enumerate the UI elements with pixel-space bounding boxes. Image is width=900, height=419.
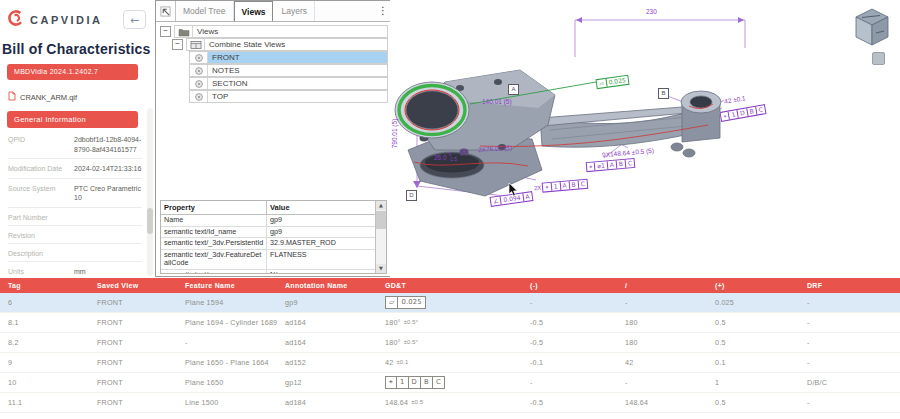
info-row-source-system: Source SystemPTC Creo Parametric 10: [8, 179, 142, 208]
col-header-tag: Tag: [8, 282, 97, 289]
crank-arm-model[interactable]: [390, 0, 900, 278]
gdt-segment: ▱: [386, 297, 398, 308]
col-header-gd-t: GD&T: [385, 282, 530, 289]
gdt-nominal: 180°: [385, 338, 401, 347]
cell-plus: 0.025: [715, 298, 807, 307]
cell-tag: 6: [8, 298, 97, 307]
general-information-header[interactable]: General Information: [7, 111, 138, 128]
cell-tag: 9: [8, 358, 97, 367]
scrollbar-thumb[interactable]: [376, 211, 386, 229]
cell-nominal: 180: [625, 338, 715, 347]
dim-text: 790.01 (5): [391, 119, 398, 149]
property-row-semantic-text-id-name[interactable]: semantic text/Id_namegp9: [161, 227, 376, 239]
view-icon: [193, 66, 205, 76]
property-row-semantic-text-3dv-persistentid[interactable]: semantic text/_3dv.PersistentId32.9.MAST…: [161, 238, 376, 250]
info-row-qpid: QPID2dbobf1d-12b8-4094-8790-8af434161577: [8, 130, 142, 159]
tree-view-front[interactable]: FRONT: [189, 51, 390, 64]
panel-tab-bar: Model TreeViewsLayers ⋮: [156, 1, 390, 22]
nav-tool-icon[interactable]: [872, 52, 885, 65]
value-column-header: Value: [266, 201, 376, 214]
property-row-semantic-text-[interactable]: semantic text/...N/a: [161, 270, 376, 275]
boc-row-9[interactable]: 9FRONTPlane 1650 - Plane 1664ad15242±0.1…: [0, 353, 900, 373]
tree-item-label: Combine State Views: [205, 39, 387, 50]
boc-row-8-1[interactable]: 8.1FRONTPlane 1694 - Cylinder 1689ad1641…: [0, 313, 900, 333]
gdt-segment: 1: [397, 377, 409, 388]
property-name: semantic text/_3dv.FeatureDetailCode: [161, 250, 266, 269]
dim-790-01[interactable]: 790.01 (5): [391, 119, 398, 149]
scroll-up-icon[interactable]: ▲: [376, 201, 386, 210]
dim-230[interactable]: 230: [646, 8, 657, 15]
tree-view-top[interactable]: TOP: [189, 90, 390, 103]
property-row-semantic-text-3dv-featuredetailcode[interactable]: semantic text/_3dv.FeatureDetailCodeFLAT…: [161, 250, 376, 270]
view-icon: [193, 53, 205, 63]
boc-row-10[interactable]: 10FRONTPlane 1650gp12⌖1DBC--1D/B/C: [0, 373, 900, 393]
info-label: Units: [8, 267, 74, 277]
cell-nominal: -: [625, 378, 715, 387]
boc-table-header: TagSaved ViewFeature NameAnnotation Name…: [0, 278, 900, 293]
tree-item-label: Views: [193, 26, 387, 37]
cell-saved-view: FRONT: [97, 378, 185, 387]
scrollbar-thumb[interactable]: [147, 208, 153, 234]
property-value: gp9: [266, 215, 376, 226]
col-header-annotation-name: Annotation Name: [285, 282, 385, 289]
col-header-feature-name: Feature Name: [185, 282, 285, 289]
tab-views[interactable]: Views: [234, 1, 274, 21]
info-row-modification-date: Modification Date2024-02-14T21:33:16: [8, 159, 142, 179]
info-label: Revision: [8, 231, 74, 239]
datum-a[interactable]: A: [508, 84, 519, 95]
cell-tag: 10: [8, 378, 97, 387]
tree-view-notes[interactable]: NOTES: [189, 64, 390, 77]
tab-model-tree[interactable]: Model Tree: [176, 1, 234, 21]
property-name: semantic text/...: [161, 270, 266, 275]
cell-gdt: 148.64±0.5: [385, 398, 530, 407]
tree-group-combine-state-views[interactable]: −Combine State Views: [172, 38, 390, 51]
cell-gdt: ▱0.025: [385, 296, 530, 309]
file-item[interactable]: CRANK_ARM.qif: [8, 91, 77, 103]
back-button[interactable]: ←: [123, 10, 146, 29]
collapse-icon[interactable]: −: [172, 39, 183, 50]
dim-140-01[interactable]: 140.01 (5): [482, 98, 512, 105]
tree-item-label: FRONT: [208, 52, 387, 63]
info-value: 2024-02-14T21:33:16: [74, 164, 142, 174]
boc-row-11-1[interactable]: 11.1FRONTLine 1500ad184148.64±0.5-0.5148…: [0, 393, 900, 413]
boc-table: TagSaved ViewFeature NameAnnotation Name…: [0, 278, 900, 419]
info-row-part-number: Part Number: [8, 208, 142, 226]
info-value: PTC Creo Parametric 10: [74, 184, 142, 203]
dim-26[interactable]: 26.00-1.5: [434, 153, 457, 163]
property-grid-scrollbar[interactable]: ▲ ▼: [375, 201, 386, 273]
collapse-icon[interactable]: −: [160, 26, 171, 37]
datum-b[interactable]: B: [658, 88, 669, 99]
view-cube[interactable]: [852, 5, 892, 53]
fcf-segment: C: [578, 180, 587, 189]
viewport-3d[interactable]: 230140.01 (5)790.01 (5)26.00-1.5(8)2X76.…: [390, 0, 900, 278]
cell-minus: -: [530, 378, 625, 387]
cell-annotation-name: gp12: [285, 378, 385, 387]
property-row-name[interactable]: Namegp9: [161, 215, 376, 227]
fcf-segment: C: [756, 105, 765, 114]
ref-frame-8[interactable]: (8): [460, 148, 468, 155]
panel-menu-icon[interactable]: ⋮: [376, 1, 390, 21]
cell-nominal: 148.64: [625, 398, 715, 407]
scroll-down-icon[interactable]: ▼: [376, 264, 386, 273]
datum-d[interactable]: D: [406, 190, 417, 201]
boc-table-body: 6FRONTPlane 1594gp9▱0.025--0.025-8.1FRON…: [0, 293, 900, 419]
dim-text: 140.01 (5): [482, 98, 512, 105]
property-grid: Property Value Namegp9semantic text/Id_n…: [160, 200, 387, 274]
cell-minus: -0.5: [530, 398, 625, 407]
dock-panel-icon[interactable]: [156, 1, 176, 21]
cell-drf: -: [807, 358, 900, 367]
cell-saved-view: FRONT: [97, 338, 185, 347]
cell-annotation-name: gp9: [285, 298, 385, 307]
tree-root-views[interactable]: −Views: [160, 25, 390, 38]
cell-saved-view: FRONT: [97, 398, 185, 407]
capvidia-logo-icon: [7, 9, 25, 31]
boc-row-6[interactable]: 6FRONTPlane 1594gp9▱0.025--0.025-: [0, 293, 900, 313]
gdt-segment: ⌖: [386, 377, 397, 388]
boc-row-8-2[interactable]: 8.2FRONT-ad164180°±0.5°-0.51800.5-: [0, 333, 900, 353]
info-value: 2dbobf1d-12b8-4094-8790-8af434161577: [74, 135, 142, 154]
sidebar-scrollbar[interactable]: [147, 108, 153, 276]
tree-view-section[interactable]: SECTION: [189, 77, 390, 90]
boc-row-11-2[interactable]: 11.2FRONT-ad184148.64±0.5-0.5148.640.5-: [0, 413, 900, 419]
tab-layers[interactable]: Layers: [274, 1, 315, 21]
property-value: 32.9.MASTER_ROD: [266, 238, 376, 249]
